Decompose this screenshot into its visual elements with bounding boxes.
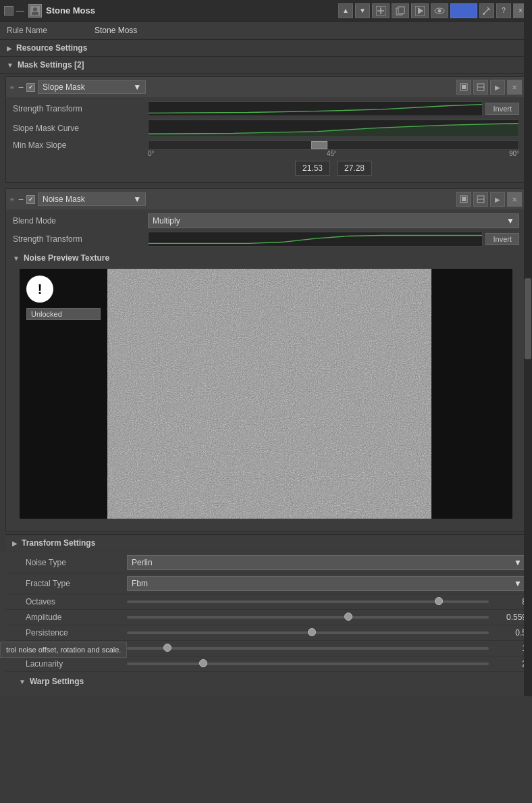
noise-minus-btn[interactable]: − [18,194,24,205]
transform-title: Transform Settings [22,538,95,548]
resource-settings-arrow: ▶ [7,45,12,52]
svg-rect-15 [462,85,466,89]
noise-mask-block: ≡ − Noise Mask ▼ ▶ ✕ [5,188,527,532]
svg-point-13 [483,13,485,15]
noise-icon-3[interactable]: ▶ [490,192,505,207]
slope-dropdown-arrow: ▼ [133,82,141,92]
help-btn[interactable]: ? [496,3,511,18]
slope-slider-track[interactable] [148,140,519,150]
eyedropper-btn[interactable] [479,3,494,18]
fractal-type-val: Fbm [132,579,148,588]
slope-header-icons: ▶ ✕ [456,80,522,95]
amplitude-slider[interactable] [127,616,489,619]
slope-type-value: Slope Mask [43,82,85,92]
slope-mask-block: ≡ − Slope Mask ▼ ▶ ✕ [5,76,527,183]
move-down-btn[interactable]: ▼ [355,3,370,18]
noise-blend-label: Blend Mode [13,216,148,226]
main-content: Rule Name Stone Moss ▶ Resource Settings… [0,22,532,696]
persistence-slider[interactable] [127,631,489,634]
slope-invert-btn[interactable]: Invert [485,103,519,115]
move-up-btn[interactable]: ▲ [338,3,353,18]
fractal-type-dropdown[interactable]: Fbm ▼ [127,576,527,591]
title-bar-icon [28,4,42,18]
noise-icon-1[interactable] [456,192,471,207]
slope-mask-header: ≡ − Slope Mask ▼ ▶ ✕ [6,77,526,97]
transform-settings-header[interactable]: ▶ Transform Settings [5,534,527,551]
octaves-value-container: 8 [127,597,527,606]
amplitude-knob[interactable] [344,613,352,621]
fractal-type-arrow: ▼ [514,579,522,588]
frequency-knob[interactable] [163,644,171,652]
exclamation-icon: ! [38,282,43,297]
noise-blend-dropdown[interactable]: Multiply ▼ [148,213,519,228]
noise-checkbox[interactable] [26,195,35,204]
slope-strength-row: Strength Transform Invert [13,101,519,116]
octaves-number: 8 [493,597,527,606]
mask-settings-header[interactable]: ▼ Mask Settings [2] [0,57,532,74]
slope-scale-labels: 0° 45° 90° [148,150,519,157]
svg-rect-18 [149,102,482,115]
slope-checkbox[interactable] [26,83,35,92]
unlocked-label[interactable]: Unlocked [26,308,101,320]
lacunarity-knob[interactable] [199,659,207,667]
noise-strength-curve[interactable] [148,232,483,247]
warp-title: Warp Settings [30,677,84,686]
scrollbar-thumb[interactable] [525,278,531,359]
slope-label-45: 45° [327,150,337,157]
title-bar-checkbox[interactable] [4,6,14,16]
noise-type-dropdown[interactable]: Noise Mask ▼ [38,192,146,206]
transform-arrow: ▶ [12,540,18,547]
amplitude-number: 0.559 [493,613,527,622]
persistence-knob[interactable] [308,628,316,636]
octaves-knob[interactable] [435,597,443,605]
slope-curve-label: Slope Mask Curve [13,124,148,133]
warp-settings-header[interactable]: ▼ Warp Settings [5,673,527,690]
noise-blend-row: Blend Mode Multiply ▼ [13,213,519,228]
slope-mask-curve[interactable] [148,120,519,137]
octaves-slider[interactable] [127,600,489,603]
noise-mask-header: ≡ − Noise Mask ▼ ▶ ✕ [6,189,526,209]
slope-mask-body: Strength Transform Invert Slope Mask C [6,97,526,182]
slope-strength-curve[interactable] [148,101,483,116]
slope-minmax-label: Min Max Slope [13,140,148,150]
unlocked-icon: ! [26,276,53,303]
copy-btn[interactable] [392,3,409,18]
frequency-slider[interactable] [127,647,489,650]
lacunarity-slider[interactable] [127,663,489,665]
color-swatch[interactable] [450,3,477,18]
slope-icon-1[interactable] [456,80,471,95]
slope-minus-btn[interactable]: − [18,82,24,93]
noise-drag-handle[interactable]: ≡ [10,196,14,203]
eye-btn[interactable] [431,3,448,18]
tooltip-text: trol noise offset, rotation and scale. [6,646,121,654]
noise-preview-header[interactable]: ▼ Noise Preview Texture [13,250,519,266]
slope-type-dropdown[interactable]: Slope Mask ▼ [38,80,146,94]
noise-strength-label: Strength Transform [13,234,148,244]
slope-icon-2[interactable] [473,80,488,95]
noise-close-btn[interactable]: ✕ [507,192,522,207]
slope-label-90: 90° [509,150,519,157]
add-btn[interactable] [372,3,390,18]
amplitude-row: Amplitude 0.559 [5,610,527,625]
noise-type-label: Noise Type [5,558,127,567]
svg-rect-26 [107,269,431,519]
slope-strength-label: Strength Transform [13,104,148,113]
scrollbar[interactable] [524,0,532,696]
slope-value-2[interactable]: 27.28 [337,161,372,176]
noise-invert-btn[interactable]: Invert [485,233,519,245]
noise-icon-2[interactable] [473,192,488,207]
persistence-value-container: 0.5 [127,628,527,638]
noise-type-dropdown[interactable]: Perlin ▼ [127,555,527,570]
noise-preview-area: ! Unlocked [20,269,512,519]
title-bar: — Stone Moss ▲ ▼ [0,0,532,22]
fractal-type-value-container: Fbm ▼ [127,576,527,591]
slope-close-btn[interactable]: ✕ [507,80,522,95]
resource-settings-header[interactable]: ▶ Resource Settings [0,40,532,57]
play-btn[interactable] [411,3,429,18]
slope-curve-row: Slope Mask Curve [13,120,519,137]
slope-value-1[interactable]: 21.53 [295,161,330,176]
slope-icon-3[interactable]: ▶ [490,80,505,95]
persistence-number: 0.5 [493,628,527,638]
slope-slider-handle[interactable] [311,141,327,149]
slope-drag-handle[interactable]: ≡ [10,84,14,91]
